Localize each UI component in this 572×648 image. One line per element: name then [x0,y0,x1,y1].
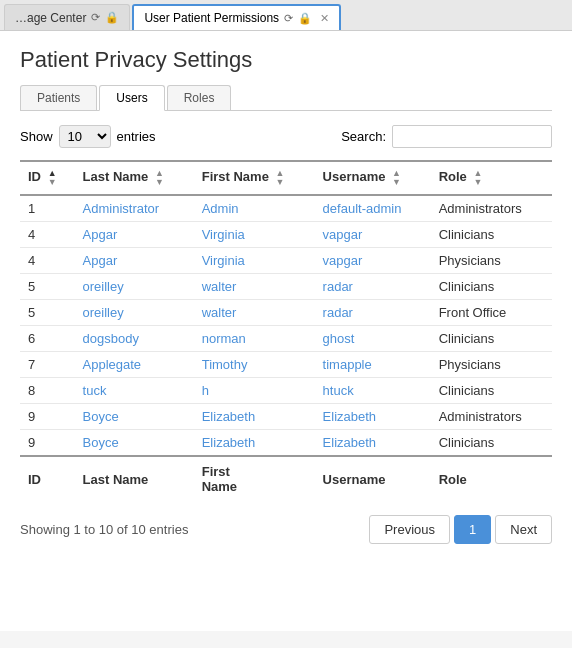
close-icon-tab2[interactable]: ✕ [320,12,329,25]
cell-username[interactable]: radar [315,274,431,300]
cell-id: 4 [20,222,75,248]
table-row: 4ApgarVirginiavapgarClinicians [20,222,552,248]
cell-username[interactable]: Elizabeth [315,404,431,430]
table-row: 6dogsbodynormanghostClinicians [20,326,552,352]
main-content: Patient Privacy Settings Patients Users … [0,31,572,631]
col-header-username[interactable]: Username ▲ ▼ [315,161,431,195]
cell-role: Clinicians [431,326,552,352]
cell-last_name[interactable]: Apgar [75,222,194,248]
table-footer-row: ID Last Name FirstName Username Role [20,456,552,501]
cell-id: 5 [20,300,75,326]
sub-tab-users[interactable]: Users [99,85,164,111]
refresh-icon-tab2: ⟳ [284,12,293,25]
cell-last_name[interactable]: Boyce [75,430,194,457]
footer-col-id: ID [20,456,75,501]
cell-username[interactable]: Elizabeth [315,430,431,457]
page-1-button[interactable]: 1 [454,515,491,544]
search-box: Search: [341,125,552,148]
cell-last_name[interactable]: Boyce [75,404,194,430]
cell-first_name[interactable]: walter [194,274,315,300]
table-row: 1AdministratorAdmindefault-adminAdminist… [20,195,552,222]
sort-icons-last-name: ▲ ▼ [155,169,164,187]
data-table: ID ▲ ▼ Last Name ▲ ▼ First Name [20,160,552,501]
cell-first_name[interactable]: Timothy [194,352,315,378]
cell-role: Clinicians [431,222,552,248]
cell-last_name[interactable]: Administrator [75,195,194,222]
footer-col-first-name: FirstName [194,456,315,501]
cell-id: 9 [20,430,75,457]
cell-id: 9 [20,404,75,430]
col-header-first-name[interactable]: First Name ▲ ▼ [194,161,315,195]
cell-first_name[interactable]: Elizabeth [194,430,315,457]
cell-username[interactable]: radar [315,300,431,326]
table-row: 5oreilleywalterradarClinicians [20,274,552,300]
table-row: 9BoyceElizabethElizabethAdministrators [20,404,552,430]
next-button[interactable]: Next [495,515,552,544]
sub-tab-patients[interactable]: Patients [20,85,97,110]
show-label: Show [20,129,53,144]
cell-role: Administrators [431,404,552,430]
sort-icons-role: ▲ ▼ [473,169,482,187]
tab-user-patient-permissions[interactable]: User Patient Permissions ⟳ 🔒 ✕ [132,4,341,30]
refresh-icon-tab1: ⟳ [91,11,100,24]
search-input[interactable] [392,125,552,148]
pagination-buttons: Previous 1 Next [369,515,552,544]
showing-text: Showing 1 to 10 of 10 entries [20,522,188,537]
cell-role: Clinicians [431,378,552,404]
sort-icons-username: ▲ ▼ [392,169,401,187]
show-entries-control: Show 10 25 50 100 entries [20,125,156,148]
cell-id: 4 [20,248,75,274]
cell-username[interactable]: htuck [315,378,431,404]
cell-last_name[interactable]: tuck [75,378,194,404]
cell-first_name[interactable]: Virginia [194,222,315,248]
cell-username[interactable]: default-admin [315,195,431,222]
cell-first_name[interactable]: Virginia [194,248,315,274]
table-row: 4ApgarVirginiavapgarPhysicians [20,248,552,274]
cell-username[interactable]: vapgar [315,222,431,248]
cell-first_name[interactable]: h [194,378,315,404]
cell-role: Physicians [431,352,552,378]
sub-tabs: Patients Users Roles [20,85,552,111]
table-row: 7ApplegateTimothytimapplePhysicians [20,352,552,378]
cell-last_name[interactable]: Apgar [75,248,194,274]
table-row: 5oreilleywalterradarFront Office [20,300,552,326]
pagination-row: Showing 1 to 10 of 10 entries Previous 1… [20,515,552,544]
footer-col-username: Username [315,456,431,501]
col-header-role[interactable]: Role ▲ ▼ [431,161,552,195]
sort-icons-id: ▲ ▼ [48,169,57,187]
cell-role: Clinicians [431,430,552,457]
table-row: 8tuckhhtuckClinicians [20,378,552,404]
cell-id: 5 [20,274,75,300]
tab-manage-center-label: …age Center [15,11,86,25]
col-header-last-name[interactable]: Last Name ▲ ▼ [75,161,194,195]
cell-id: 6 [20,326,75,352]
cell-username[interactable]: timapple [315,352,431,378]
cell-id: 1 [20,195,75,222]
previous-button[interactable]: Previous [369,515,450,544]
cell-username[interactable]: ghost [315,326,431,352]
entries-label: entries [117,129,156,144]
cell-role: Front Office [431,300,552,326]
tab-bar: …age Center ⟳ 🔒 User Patient Permissions… [0,0,572,31]
cell-first_name[interactable]: Elizabeth [194,404,315,430]
lock-icon-tab1: 🔒 [105,11,119,24]
cell-first_name[interactable]: walter [194,300,315,326]
sub-tab-roles[interactable]: Roles [167,85,232,110]
page-title: Patient Privacy Settings [20,47,552,73]
cell-role: Physicians [431,248,552,274]
col-header-id[interactable]: ID ▲ ▼ [20,161,75,195]
controls-row: Show 10 25 50 100 entries Search: [20,125,552,148]
cell-id: 8 [20,378,75,404]
cell-first_name[interactable]: norman [194,326,315,352]
cell-first_name[interactable]: Admin [194,195,315,222]
table-header-row: ID ▲ ▼ Last Name ▲ ▼ First Name [20,161,552,195]
cell-last_name[interactable]: oreilley [75,274,194,300]
cell-username[interactable]: vapgar [315,248,431,274]
tab-manage-center[interactable]: …age Center ⟳ 🔒 [4,4,130,30]
entries-select[interactable]: 10 25 50 100 [59,125,111,148]
cell-last_name[interactable]: oreilley [75,300,194,326]
cell-role: Clinicians [431,274,552,300]
cell-last_name[interactable]: dogsbody [75,326,194,352]
cell-last_name[interactable]: Applegate [75,352,194,378]
table-row: 9BoyceElizabethElizabethClinicians [20,430,552,457]
